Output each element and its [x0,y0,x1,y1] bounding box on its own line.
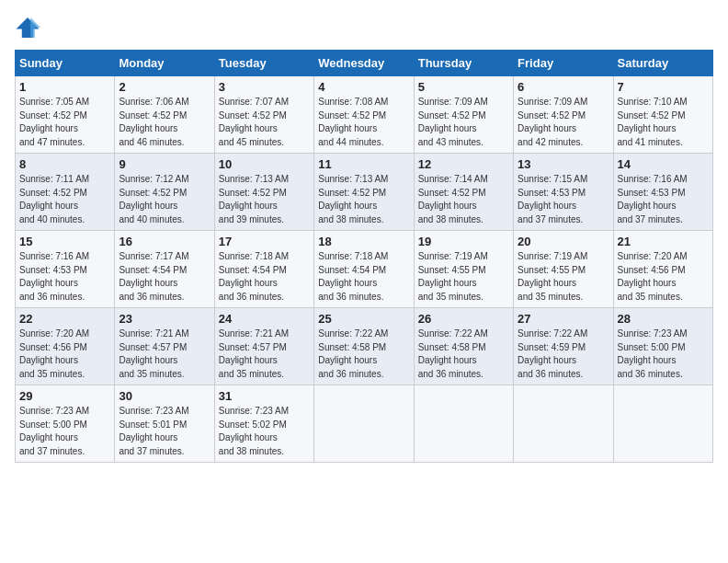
day-detail: Sunrise: 7:11 AMSunset: 4:52 PMDaylight … [19,174,89,224]
day-number: 26 [418,312,509,326]
day-detail: Sunrise: 7:09 AMSunset: 4:52 PMDaylight … [418,97,488,147]
day-detail: Sunrise: 7:19 AMSunset: 4:55 PMDaylight … [518,251,587,302]
calendar-cell: 12 Sunrise: 7:14 AMSunset: 4:52 PMDaylig… [414,154,513,231]
calendar-cell: 28 Sunrise: 7:23 AMSunset: 5:00 PMDaylig… [613,308,712,385]
calendar-cell: 5 Sunrise: 7:09 AMSunset: 4:52 PMDayligh… [414,76,513,154]
calendar-cell [314,385,414,463]
calendar-cell: 29 Sunrise: 7:23 AMSunset: 5:00 PMDaylig… [16,385,115,463]
header [15,15,713,40]
calendar-week-5: 29 Sunrise: 7:23 AMSunset: 5:00 PMDaylig… [16,385,713,463]
day-number: 31 [219,389,310,403]
day-number: 22 [19,312,110,326]
calendar-week-2: 8 Sunrise: 7:11 AMSunset: 4:52 PMDayligh… [16,154,713,231]
day-number: 20 [518,235,609,248]
day-number: 24 [219,312,310,326]
day-number: 30 [119,389,210,403]
calendar-cell: 8 Sunrise: 7:11 AMSunset: 4:52 PMDayligh… [16,154,115,231]
calendar-cell: 30 Sunrise: 7:23 AMSunset: 5:01 PMDaylig… [115,385,214,463]
day-detail: Sunrise: 7:22 AMSunset: 4:59 PMDaylight … [518,328,587,379]
day-detail: Sunrise: 7:23 AMSunset: 5:00 PMDaylight … [19,406,89,456]
day-detail: Sunrise: 7:21 AMSunset: 4:57 PMDaylight … [119,328,188,379]
calendar-cell: 21 Sunrise: 7:20 AMSunset: 4:56 PMDaylig… [613,231,712,308]
weekday-header-sunday: Sunday [16,51,115,76]
day-number: 18 [318,235,409,248]
day-number: 4 [318,80,409,94]
day-detail: Sunrise: 7:16 AMSunset: 4:53 PMDaylight … [19,251,89,302]
calendar-cell: 11 Sunrise: 7:13 AMSunset: 4:52 PMDaylig… [314,154,414,231]
day-number: 28 [618,312,709,326]
day-detail: Sunrise: 7:19 AMSunset: 4:55 PMDaylight … [418,251,488,302]
logo-icon [15,15,40,40]
day-number: 7 [618,80,709,94]
calendar-cell: 7 Sunrise: 7:10 AMSunset: 4:52 PMDayligh… [613,76,712,154]
day-detail: Sunrise: 7:18 AMSunset: 4:54 PMDaylight … [219,251,289,302]
calendar-cell: 27 Sunrise: 7:22 AMSunset: 4:59 PMDaylig… [514,308,613,385]
calendar-week-1: 1 Sunrise: 7:05 AMSunset: 4:52 PMDayligh… [16,76,713,154]
day-detail: Sunrise: 7:13 AMSunset: 4:52 PMDaylight … [219,174,289,224]
day-number: 19 [418,235,509,248]
day-number: 13 [518,157,609,171]
weekday-header-row: SundayMondayTuesdayWednesdayThursdayFrid… [16,51,713,76]
calendar-cell: 18 Sunrise: 7:18 AMSunset: 4:54 PMDaylig… [314,231,414,308]
day-detail: Sunrise: 7:21 AMSunset: 4:57 PMDaylight … [219,328,289,379]
calendar-cell: 6 Sunrise: 7:09 AMSunset: 4:52 PMDayligh… [514,76,613,154]
day-detail: Sunrise: 7:22 AMSunset: 4:58 PMDaylight … [418,328,488,379]
day-detail: Sunrise: 7:17 AMSunset: 4:54 PMDaylight … [119,251,188,302]
calendar-cell: 19 Sunrise: 7:19 AMSunset: 4:55 PMDaylig… [414,231,513,308]
day-number: 15 [19,235,110,248]
day-detail: Sunrise: 7:05 AMSunset: 4:52 PMDaylight … [19,97,89,147]
day-detail: Sunrise: 7:13 AMSunset: 4:52 PMDaylight … [318,174,388,224]
day-detail: Sunrise: 7:07 AMSunset: 4:52 PMDaylight … [219,97,289,147]
day-detail: Sunrise: 7:12 AMSunset: 4:52 PMDaylight … [119,174,188,224]
day-number: 12 [418,157,509,171]
calendar-cell: 31 Sunrise: 7:23 AMSunset: 5:02 PMDaylig… [214,385,313,463]
calendar-cell: 1 Sunrise: 7:05 AMSunset: 4:52 PMDayligh… [16,76,115,154]
day-number: 23 [119,312,210,326]
weekday-header-thursday: Thursday [414,51,513,76]
calendar-cell: 23 Sunrise: 7:21 AMSunset: 4:57 PMDaylig… [115,308,214,385]
day-number: 25 [318,312,409,326]
calendar-cell [514,385,613,463]
weekday-header-saturday: Saturday [613,51,712,76]
calendar-cell [613,385,712,463]
day-detail: Sunrise: 7:23 AMSunset: 5:00 PMDaylight … [618,328,688,379]
day-detail: Sunrise: 7:22 AMSunset: 4:58 PMDaylight … [318,328,388,379]
day-detail: Sunrise: 7:15 AMSunset: 4:53 PMDaylight … [518,174,587,224]
day-number: 10 [219,157,310,171]
calendar-cell: 25 Sunrise: 7:22 AMSunset: 4:58 PMDaylig… [314,308,414,385]
day-number: 5 [418,80,509,94]
calendar-week-4: 22 Sunrise: 7:20 AMSunset: 4:56 PMDaylig… [16,308,713,385]
day-number: 14 [618,157,709,171]
day-detail: Sunrise: 7:09 AMSunset: 4:52 PMDaylight … [518,97,587,147]
weekday-header-monday: Monday [115,51,214,76]
day-detail: Sunrise: 7:06 AMSunset: 4:52 PMDaylight … [119,97,188,147]
calendar-cell: 10 Sunrise: 7:13 AMSunset: 4:52 PMDaylig… [214,154,313,231]
day-number: 9 [119,157,210,171]
calendar-cell [414,385,513,463]
calendar-cell: 17 Sunrise: 7:18 AMSunset: 4:54 PMDaylig… [214,231,313,308]
weekday-header-friday: Friday [514,51,613,76]
day-detail: Sunrise: 7:20 AMSunset: 4:56 PMDaylight … [618,251,688,302]
day-number: 8 [19,157,110,171]
svg-marker-1 [30,17,40,38]
day-number: 17 [219,235,310,248]
weekday-header-wednesday: Wednesday [314,51,414,76]
weekday-header-tuesday: Tuesday [214,51,313,76]
day-detail: Sunrise: 7:23 AMSunset: 5:02 PMDaylight … [219,406,289,456]
day-number: 3 [219,80,310,94]
calendar-cell: 26 Sunrise: 7:22 AMSunset: 4:58 PMDaylig… [414,308,513,385]
day-detail: Sunrise: 7:10 AMSunset: 4:52 PMDaylight … [618,97,688,147]
page: SundayMondayTuesdayWednesdayThursdayFrid… [0,0,728,470]
calendar-table: SundayMondayTuesdayWednesdayThursdayFrid… [15,50,713,463]
calendar-cell: 2 Sunrise: 7:06 AMSunset: 4:52 PMDayligh… [115,76,214,154]
calendar-cell: 3 Sunrise: 7:07 AMSunset: 4:52 PMDayligh… [214,76,313,154]
calendar-cell: 4 Sunrise: 7:08 AMSunset: 4:52 PMDayligh… [314,76,414,154]
day-detail: Sunrise: 7:23 AMSunset: 5:01 PMDaylight … [119,406,188,456]
day-detail: Sunrise: 7:08 AMSunset: 4:52 PMDaylight … [318,97,388,147]
calendar-cell: 15 Sunrise: 7:16 AMSunset: 4:53 PMDaylig… [16,231,115,308]
day-number: 16 [119,235,210,248]
calendar-cell: 22 Sunrise: 7:20 AMSunset: 4:56 PMDaylig… [16,308,115,385]
day-detail: Sunrise: 7:18 AMSunset: 4:54 PMDaylight … [318,251,388,302]
day-number: 27 [518,312,609,326]
day-number: 21 [618,235,709,248]
